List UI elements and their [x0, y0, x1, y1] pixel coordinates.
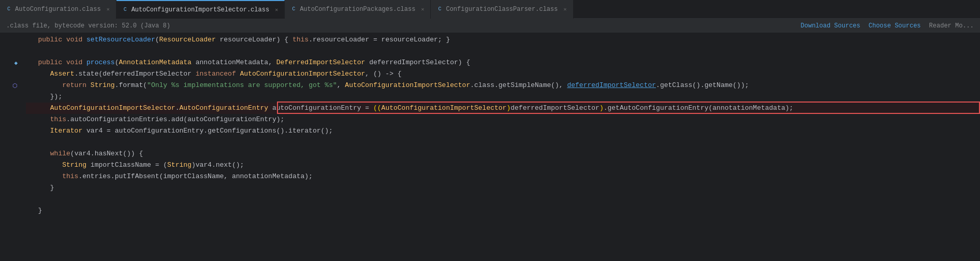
- tab-autoconfiguration[interactable]: C AutoConfiguration.class ✕: [0, 0, 116, 19]
- code-line-16-text: }: [26, 205, 42, 216]
- code-line-14-text: }: [26, 182, 54, 194]
- gutter-line-10: [0, 137, 21, 148]
- tab-autoconfigurationpackages[interactable]: C AutoConfigurationPackages.class ✕: [285, 0, 431, 19]
- tab-autoconfigurationimportselector[interactable]: C AutoConfigurationImportSelector.class …: [116, 0, 285, 19]
- gutter-line-5: ⬡: [0, 80, 21, 91]
- tab-label-packages: AutoConfigurationPackages.class: [300, 6, 415, 13]
- gutter-line-14: [0, 182, 21, 194]
- code-line-13: this.entries.putIfAbsent(importClassName…: [26, 171, 980, 182]
- code-line-1: public void setResourceLoader(ResourceLo…: [26, 34, 980, 46]
- gutter-line-11: [0, 148, 21, 160]
- tab-icon-autoconfiguration: C: [5, 6, 12, 13]
- tab-close-packages[interactable]: ✕: [420, 6, 425, 13]
- tab-bar: C AutoConfiguration.class ✕ C AutoConfig…: [0, 0, 980, 19]
- gutter-line-12: [0, 160, 21, 171]
- code-line-15: [26, 194, 980, 205]
- code-line-12: String importClassName = (String)var4.ne…: [26, 160, 980, 171]
- tab-close-importselector[interactable]: ✕: [274, 6, 279, 13]
- tab-close-parser[interactable]: ✕: [562, 6, 567, 13]
- code-line-8: this.autoConfigurationEntries.add(autoCo…: [26, 114, 980, 125]
- code-line-3: public void process(AnnotationMetadata a…: [26, 57, 980, 68]
- code-line-4-text: Assert.state(deferredImportSelector inst…: [26, 68, 402, 80]
- code-line-9: Iterator var4 = autoConfigurationEntry.g…: [26, 125, 980, 137]
- code-line-5: return String.format("Only %s implementa…: [26, 80, 980, 91]
- gutter-line-1: [0, 34, 21, 46]
- gutter-line-15: [0, 194, 21, 205]
- gutter-line-6: [0, 91, 21, 103]
- gutter-line-7: [0, 103, 21, 114]
- code-line-11: while(var4.hasNext()) {: [26, 148, 980, 160]
- deferred-import-selector-link[interactable]: deferredImportSelector: [567, 81, 656, 89]
- code-line-3-text: public void process(AnnotationMetadata a…: [26, 57, 470, 68]
- code-line-7: AutoConfigurationImportSelector.AutoConf…: [26, 103, 980, 114]
- gutter-line-3: ◆: [0, 57, 21, 68]
- code-line-11-text: while(var4.hasNext()) {: [26, 148, 143, 160]
- code-line-16: }: [26, 205, 980, 216]
- choose-sources-button[interactable]: Choose Sources: [869, 22, 921, 30]
- tab-label-parser: ConfigurationClassParser.class: [446, 6, 558, 13]
- code-line-9-text: Iterator var4 = autoConfigurationEntry.g…: [26, 125, 333, 137]
- code-line-8-text: this.autoConfigurationEntries.add(autoCo…: [26, 114, 284, 125]
- code-line-10: [26, 137, 980, 148]
- code-content: public void setResourceLoader(ResourceLo…: [21, 33, 980, 261]
- code-line-13-text: this.entries.putIfAbsent(importClassName…: [26, 171, 313, 182]
- tab-configurationclassparser[interactable]: C ConfigurationClassParser.class ✕: [431, 0, 573, 19]
- gutter-line-13: [0, 171, 21, 182]
- code-area: ◆ ⬡ public void setResourceLoader(Resour…: [0, 33, 980, 261]
- code-line-2: [26, 46, 980, 57]
- gutter-line-2: [0, 46, 21, 57]
- code-line-1-text: public void setResourceLoader(ResourceLo…: [26, 34, 450, 46]
- tab-icon-importselector: C: [122, 6, 129, 13]
- gutter: ◆ ⬡: [0, 33, 21, 261]
- info-bar-actions: Download Sources Choose Sources Reader M…: [801, 22, 974, 30]
- code-line-14: }: [26, 182, 980, 194]
- code-line-7-text: AutoConfigurationImportSelector.AutoConf…: [26, 103, 793, 114]
- code-line-6: });: [26, 91, 980, 103]
- code-line-5-text: return String.format("Only %s implementa…: [26, 80, 749, 91]
- gutter-line-8: [0, 114, 21, 125]
- gutter-line-4: [0, 68, 21, 80]
- code-line-6-text: });: [26, 91, 62, 103]
- tab-close-autoconfiguration[interactable]: ✕: [106, 6, 111, 13]
- tab-icon-parser: C: [436, 6, 443, 13]
- reader-mode-label: Reader Mo...: [929, 22, 974, 30]
- tab-label-importselector: AutoConfigurationImportSelector.class: [131, 6, 269, 13]
- code-line-4: Assert.state(deferredImportSelector inst…: [26, 68, 980, 80]
- tab-icon-packages: C: [290, 6, 297, 13]
- code-line-12-text: String importClassName = (String)var4.ne…: [26, 160, 244, 171]
- info-bar: .class file, bytecode version: 52.0 (Jav…: [0, 19, 980, 33]
- gutter-line-9: [0, 125, 21, 137]
- download-sources-button[interactable]: Download Sources: [801, 22, 860, 30]
- info-bar-text: .class file, bytecode version: 52.0 (Jav…: [6, 22, 170, 30]
- gutter-line-16: [0, 205, 21, 216]
- tab-label-autoconfiguration: AutoConfiguration.class: [15, 6, 101, 13]
